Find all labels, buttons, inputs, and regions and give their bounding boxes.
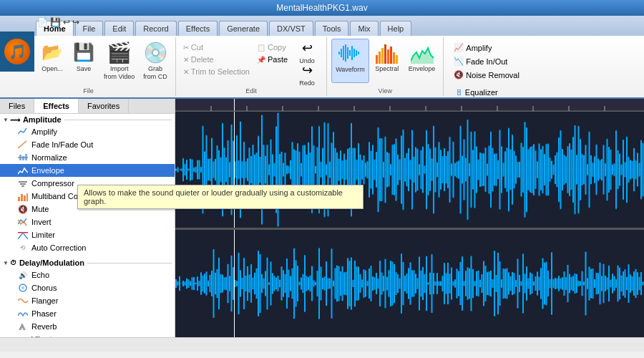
amplify-recent-icon: 📈 — [454, 43, 464, 52]
import-video-icon: 🎬 — [108, 41, 131, 64]
grab-cd-button[interactable]: 💿 Grabfrom CD — [140, 39, 171, 83]
svg-rect-0 — [338, 52, 340, 54]
cut-button[interactable]: ✂ Cut — [180, 42, 253, 53]
fade-item[interactable]: Fade In/Fade Out — [0, 138, 175, 151]
import-video-label: Importfrom Video — [104, 65, 135, 81]
copy-button[interactable]: 📋 Copy — [254, 42, 291, 53]
svg-rect-6 — [351, 46, 353, 60]
open-button[interactable]: 📂 Open... — [37, 39, 67, 83]
reverb-item-label: Reverb — [31, 322, 57, 331]
tab-mix[interactable]: Mix — [350, 21, 378, 36]
mute-item-icon: 🔇 — [17, 204, 29, 214]
spectral-view-button[interactable]: Spectral — [371, 39, 404, 83]
paste-icon: 📌 — [257, 56, 265, 64]
mute-item-label: Mute — [31, 205, 49, 213]
import-video-button[interactable]: 🎬 Importfrom Video — [100, 39, 138, 83]
save-label: Save — [77, 65, 92, 73]
new-quick-btn[interactable]: 📄 — [37, 17, 48, 27]
tab-record[interactable]: Record — [135, 21, 176, 36]
svg-rect-26 — [21, 194, 23, 201]
autocorrection-item[interactable]: ⟲ Auto Correction — [0, 241, 175, 254]
flanger-item[interactable]: Flanger — [0, 294, 175, 307]
sidebar-tabs: Files Effects Favorites — [0, 99, 175, 114]
delay-clock-icon: ⏱ — [10, 259, 16, 266]
chorus-item-icon — [17, 283, 29, 293]
paste-button[interactable]: 📌 Paste — [254, 54, 291, 65]
lower-waveform-track — [175, 230, 644, 337]
redo-icon: ↪ — [296, 62, 318, 78]
phaser-item-icon — [17, 309, 29, 319]
svg-rect-28 — [26, 193, 28, 201]
normalize-item-label: Normalize — [31, 153, 67, 162]
autocorrection-item-icon: ⟲ — [17, 243, 29, 253]
envelope-view-label: Envelope — [409, 65, 436, 73]
timeline-ruler — [175, 99, 644, 112]
undo-quick-btn[interactable]: ↩ — [63, 17, 70, 27]
invert-item[interactable]: Invert — [0, 216, 175, 228]
svg-rect-23 — [20, 183, 26, 185]
tab-generate[interactable]: Generate — [219, 21, 268, 36]
grab-cd-icon: 💿 — [144, 41, 167, 64]
tab-tools[interactable]: Tools — [315, 21, 349, 36]
amplify-recent-label: Amplify — [466, 44, 492, 52]
envelope-view-button[interactable]: Envelope — [405, 39, 439, 83]
echo-item[interactable]: 🔊 Echo — [0, 268, 175, 281]
svg-rect-27 — [24, 195, 26, 201]
save-button[interactable]: 💾 Save — [69, 39, 99, 83]
edit-group-label: Edit — [245, 87, 257, 95]
invert-item-label: Invert — [31, 218, 52, 226]
reverb-item-icon — [17, 321, 29, 332]
tooltip-text: Allows to make the sound quieter or loud… — [84, 188, 343, 205]
trim-button[interactable]: ✕ Trim to Selection — [180, 66, 253, 77]
vibrato-item-label: Vibrato — [31, 335, 57, 337]
fade-recent-icon: 📉 — [454, 57, 464, 66]
svg-rect-15 — [390, 47, 392, 64]
reverb-item[interactable]: Reverb — [0, 320, 175, 333]
amplify-recent-button[interactable]: 📈 Amplify — [451, 42, 522, 54]
normalize-item[interactable]: Normalize — [0, 151, 175, 164]
view-group-buttons: Waveform Spectral — [331, 39, 439, 86]
waveform-view-button[interactable]: Waveform — [331, 39, 369, 83]
redo-button[interactable]: ↪ Redo — [292, 64, 322, 85]
svg-rect-14 — [387, 49, 389, 64]
fade-recent-button[interactable]: 📉 Fade In/Out — [451, 55, 522, 67]
save-quick-btn[interactable]: 💾 — [50, 17, 61, 27]
tab-edit[interactable]: Edit — [104, 21, 134, 36]
phaser-item[interactable]: Phaser — [0, 307, 175, 320]
svg-rect-11 — [379, 52, 381, 64]
svg-rect-10 — [376, 55, 378, 64]
envelope-view-icon — [411, 41, 434, 64]
file-group-label: File — [83, 87, 94, 95]
amplify-item[interactable]: Amplify — [0, 125, 175, 138]
amplitude-category[interactable]: ▼ ⟿ Amplitude — [0, 114, 175, 125]
eq-recent-label: Equalizer — [465, 88, 498, 97]
eq-recent-button[interactable]: 🎚 Equalizer — [452, 87, 522, 98]
svg-rect-9 — [358, 52, 359, 54]
delete-button[interactable]: ✕ Delete — [180, 54, 253, 65]
svg-rect-5 — [349, 50, 351, 56]
sidebar-tab-files[interactable]: Files — [0, 99, 34, 113]
noise-recent-button[interactable]: 🔇 Noise Removal — [451, 69, 522, 81]
tab-help[interactable]: Help — [380, 21, 412, 36]
invert-item-icon — [17, 217, 29, 227]
sidebar-tab-effects[interactable]: Effects — [34, 99, 79, 113]
tab-dxvst[interactable]: DX/VST — [269, 21, 313, 36]
copy-label: Copy — [268, 43, 286, 52]
svg-rect-20 — [22, 156, 24, 160]
svg-rect-24 — [21, 185, 24, 187]
redo-quick-btn[interactable]: ↪ — [72, 17, 79, 27]
svg-rect-8 — [356, 50, 357, 56]
envelope-item[interactable]: Envelope — [0, 164, 175, 177]
vibrato-item[interactable]: Vibrato — [0, 333, 175, 337]
limiter-item[interactable]: Limiter — [0, 228, 175, 241]
cut-icon: ✂ — [183, 44, 189, 52]
envelope-item-icon — [17, 165, 29, 175]
fade-recent-label: Fade In/Out — [466, 57, 507, 66]
chorus-item[interactable]: Chorus — [0, 281, 175, 294]
sidebar-tab-favorites[interactable]: Favorites — [79, 99, 129, 113]
tab-effects[interactable]: Effects — [178, 21, 218, 36]
envelope-item-label: Envelope — [31, 166, 64, 175]
delay-category[interactable]: ▼ ⏱ Delay/Modulation — [0, 257, 175, 268]
undo-button[interactable]: ↩ Undo — [292, 42, 322, 63]
svg-rect-22 — [19, 181, 27, 183]
